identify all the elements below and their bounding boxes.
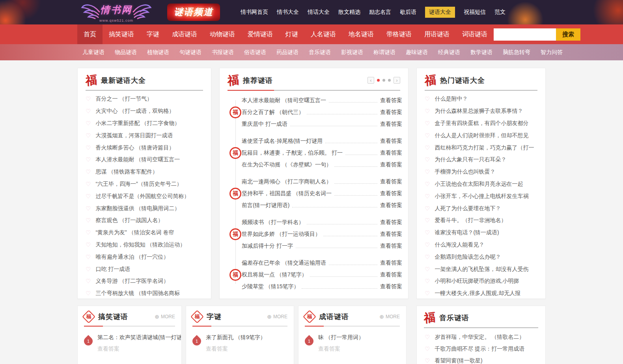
riddle-link[interactable]: 火灾中心 （打一成语，双钩格） [95,108,174,115]
mainnav-link[interactable]: 词语谜语 [456,24,494,44]
view-answer-link[interactable]: 查看答案 [380,219,402,226]
carousel-prev-button[interactable]: ‹ [367,77,374,84]
site-logo[interactable]: 情书网 www.qsw521.com [80,2,152,23]
subnav-link[interactable]: 经典谜语 [433,44,465,60]
riddle-link[interactable]: 前言(猜一灯谜用语) [242,202,289,209]
riddle-link[interactable]: 爱看斗牛。（打一非洲地名） [435,217,506,224]
riddle-link[interactable]: 少陵草堂 （猜15笔字） [242,283,299,290]
carousel-dot[interactable] [388,79,391,82]
view-answer-link[interactable]: 查看答案 [380,202,402,209]
view-answer-link[interactable]: 查看答案 [380,283,402,290]
view-answer-link[interactable]: 查看答案 [97,345,119,353]
view-answer-link[interactable]: 查看答案 [206,345,228,353]
view-answer-link[interactable]: 查看答案 [380,259,402,267]
riddle-link[interactable]: 坚持和平，祖国昌盛 （猜历史名词一 [242,190,332,197]
riddle-link[interactable]: 香火续断多苦心 （猜唐诗篇目） [95,144,174,151]
carousel-dot[interactable] [377,79,380,82]
riddle-link[interactable]: 岁首祥瑞，中华安定。 （猜歌名二） [435,334,524,341]
carousel-next-button[interactable]: › [394,77,400,84]
riddle-link[interactable]: 本人潜水最能耐 （猜司空曙五言一 [95,156,180,163]
riddle-link[interactable]: 什么人是人们说时很崇拜，但却不想见 [435,132,528,139]
subnav-link[interactable]: 称谓谜语 [368,44,401,60]
riddle-link[interactable]: 一幢大楼失火,很多人围观,却无人报 [435,290,520,297]
riddle-link[interactable]: 偏差存在已年余 （猜交通运输用语 [242,259,326,267]
subnav-link[interactable]: 句谜谜语 [174,44,207,60]
subnav-link[interactable]: 趣味谜语 [401,44,433,60]
riddle-link[interactable]: “六王毕，四海一”（猜历史年号二） [95,181,182,188]
riddle-link[interactable]: 三个弯柄放大镜 （猜中国驰名商标 [95,290,180,297]
riddle-link[interactable]: 盒子里有四块蛋糕，有四个小朋友都分 [435,120,528,127]
topnav-link[interactable]: 情书网首页 [241,9,268,16]
riddle-link[interactable]: 什么是附中？ [435,95,468,103]
more-link[interactable]: ⊕ MORE [267,314,287,319]
view-answer-link[interactable]: 查看答案 [380,97,402,104]
view-answer-link[interactable]: 查看答案 [380,121,402,128]
mainnav-link[interactable]: 动物谜语 [203,24,241,44]
subnav-link[interactable]: 书报谜语 [207,44,239,60]
search-input[interactable] [494,28,556,41]
topnav-link[interactable]: 励志名言 [369,9,391,16]
subnav-link[interactable]: 俗语谜语 [239,44,271,60]
riddle-link[interactable]: 千歌万曲唱不尽 提示：打一常用成语 [435,345,524,353]
topnav-link[interactable]: 散文精选 [338,9,360,16]
riddle-link[interactable]: 权且将就一点 （猜7笔字） [242,271,307,278]
riddle-link[interactable]: 加减后得十分 打一字 [242,243,293,250]
mainnav-link[interactable]: 地名谜语 [342,24,380,44]
riddle-link[interactable]: 南北一逢两倾心 （打二字商朝人名） [242,178,332,185]
riddle-link[interactable]: 本人潜水最能耐 （猜司空曙五言一 [242,97,326,104]
topnav-link[interactable]: 歇后语 [400,9,416,16]
riddle-link[interactable]: 为什么森林里总派狮子去联系事情？ [435,108,523,115]
riddle-link[interactable]: “黄泉共为友” （猜治安名词 卷帘 [95,229,174,236]
view-answer-link[interactable]: 查看答案 [380,149,402,157]
riddle-link[interactable]: 小王说他会在太阳和月亮永远在一起 [435,181,523,188]
riddle-link[interactable]: 谁家没有电话？(猜一成语) [435,229,499,236]
riddle-link[interactable]: 世界如此多娇 （打一运动项目） [242,231,321,238]
subnav-link[interactable]: 影视谜语 [336,44,368,60]
subnav-link[interactable]: 音乐谜语 [304,44,336,60]
riddle-link[interactable]: 小张开车，不小心撞上电线杆发生车祸 [435,193,528,200]
topnav-link[interactable]: 情话大全 [308,9,330,16]
riddle-link[interactable]: 人死了为什么要埋在地下？ [435,205,501,212]
view-answer-link[interactable]: 查看答案 [380,178,402,185]
mainnav-link[interactable]: 用语谜语 [418,24,456,44]
view-answer-link[interactable]: 查看答案 [380,161,402,168]
riddle-link[interactable]: 遂使竖子成名·掉尾格(猜一灯谜用 [242,138,323,145]
mainnav-link[interactable]: 首页 [77,24,103,44]
riddle-link[interactable]: 思谋 （猜铁路客车配件） [95,168,158,175]
mainnav-link[interactable]: 带格谜语 [380,24,418,44]
riddle-link[interactable]: 小米二字重新搭配 （打二字食物） [95,120,180,127]
riddle-link[interactable]: 百分之一 （打一节气） [95,95,152,103]
topnav-link[interactable]: 谜语大全 [425,7,455,18]
mainnav-link[interactable]: 搞笑谜语 [103,24,140,44]
subnav-link[interactable]: 物品谜语 [110,44,142,60]
riddle-link[interactable]: 一架坐满人的飞机坠落，却没有人受伤 [435,266,528,273]
riddle-link[interactable]: 小明和小旺玩掷硬币的游戏,小明掷 [435,278,519,285]
search-button[interactable]: 搜索 [556,28,580,41]
view-answer-link[interactable]: 查看答案 [380,109,402,116]
subnav-link[interactable]: 植物谜语 [142,44,174,60]
riddle-link[interactable]: 企鹅遇到危险该怎么办呢？ [435,254,501,261]
subnav-link[interactable]: 药品谜语 [271,44,304,60]
riddle-link[interactable]: 西红柿和巧克力打架，巧克力赢了（打一 [435,144,534,151]
mainnav-link[interactable]: 字谜 [140,24,166,44]
subnav-link[interactable]: 儿童谜语 [77,44,110,60]
riddle-link[interactable]: 在生为公不动摇 （《赤壁赋》一句） [242,161,332,168]
subnav-link[interactable]: 数学谜语 [465,44,498,60]
riddle-link[interactable]: 义务导游 （打二字医学名词） [95,278,169,285]
more-link[interactable]: ⊕ MORE [155,314,175,319]
riddle-link[interactable]: 昧 （打一常用词） [318,334,364,342]
riddle-link[interactable]: 手榴弹为什么也叫铁蛋？ [435,168,495,175]
view-answer-link[interactable]: 查看答案 [380,243,402,250]
topnav-link[interactable]: 范文 [494,9,505,16]
riddle-link[interactable]: 看望同窗(猜一歌星) [435,357,482,364]
subnav-link[interactable]: 智力问答 [535,44,568,60]
view-answer-link[interactable]: 查看答案 [380,190,402,197]
topnav-link[interactable]: 情书大全 [277,9,299,16]
view-answer-link[interactable]: 查看答案 [380,138,402,145]
riddle-link[interactable]: 察言观色 （打一战国人名） [95,217,163,224]
mainnav-link[interactable]: 爱情谜语 [241,24,279,44]
view-answer-link[interactable]: 查看答案 [380,231,402,238]
riddle-link[interactable]: 过尽千帆皆不是（外国航空公司简称） [95,193,189,200]
topnav-link[interactable]: 祝福短信 [464,9,486,16]
mainnav-link[interactable]: 成语谜语 [166,24,203,44]
